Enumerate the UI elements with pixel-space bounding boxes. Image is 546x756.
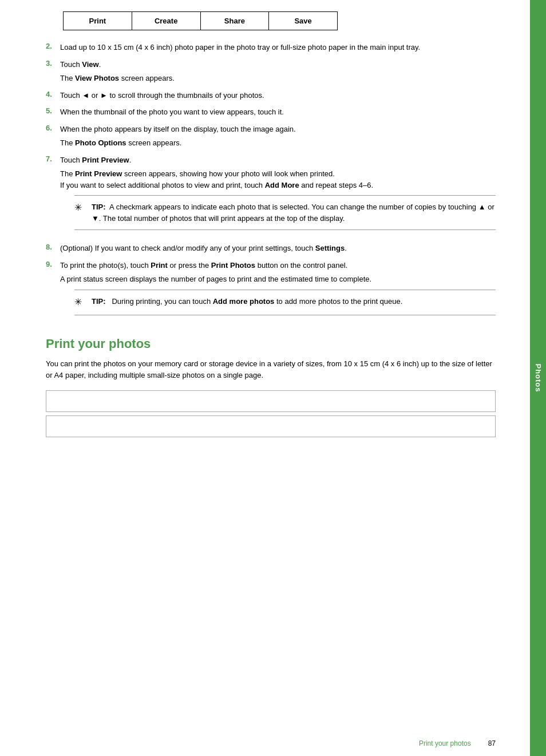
tip-icon-1: ✳ bbox=[74, 201, 87, 215]
step-5: 5. When the thumbnail of the photo you w… bbox=[46, 106, 496, 118]
steps-list: 2. Load up to 10 x 15 cm (4 x 6 inch) ph… bbox=[46, 42, 496, 322]
step-number-2: 2. bbox=[46, 42, 60, 50]
tab-share[interactable]: Share bbox=[201, 12, 270, 30]
tip-add-more-photos: Add more photos bbox=[213, 297, 275, 306]
step-9: 9. To print the photo(s), touch Print or… bbox=[46, 260, 496, 322]
step-content-6: When the photo appears by itself on the … bbox=[60, 124, 496, 149]
step-content-9: To print the photo(s), touch Print or pr… bbox=[60, 260, 496, 322]
step-9-print: Print bbox=[151, 261, 168, 270]
tip-label-2: TIP: bbox=[92, 297, 106, 306]
step-8-keyword: Settings bbox=[315, 244, 345, 252]
step-3-screen: View Photos bbox=[75, 74, 119, 82]
tip-icon-2: ✳ bbox=[74, 295, 87, 309]
tip-label-1: TIP: bbox=[92, 203, 106, 211]
step-number-9: 9. bbox=[46, 260, 60, 268]
tip-content-1: TIP: A checkmark appears to indicate eac… bbox=[92, 201, 496, 224]
nav-tabs: Print Create Share Save bbox=[63, 11, 338, 30]
step-content-2: Load up to 10 x 15 cm (4 x 6 inch) photo… bbox=[60, 42, 496, 53]
step-7-keyword: Print Preview bbox=[82, 156, 129, 164]
step-7-screen: Print Preview bbox=[75, 169, 122, 178]
side-tab-label: Photos bbox=[534, 363, 543, 392]
step-number-8: 8. bbox=[46, 243, 60, 251]
step-4: 4. Touch ◄ or ► to scroll through the th… bbox=[46, 90, 496, 101]
step-8: 8. (Optional) If you want to check and/o… bbox=[46, 243, 496, 254]
step-3-sub: The View Photos screen appears. bbox=[60, 73, 496, 84]
step-content-8: (Optional) If you want to check and/or m… bbox=[60, 243, 496, 254]
step-6-screen: Photo Options bbox=[75, 138, 126, 147]
step-2: 2. Load up to 10 x 15 cm (4 x 6 inch) ph… bbox=[46, 42, 496, 53]
step-content-5: When the thumbnail of the photo you want… bbox=[60, 106, 496, 118]
tab-create[interactable]: Create bbox=[132, 12, 201, 30]
step-3: 3. Touch View. The View Photos screen ap… bbox=[46, 59, 496, 84]
step-number-6: 6. bbox=[46, 124, 60, 132]
step-number-5: 5. bbox=[46, 106, 60, 115]
tab-save[interactable]: Save bbox=[269, 12, 337, 30]
tip-box-2: ✳ TIP: During printing, you can touch Ad… bbox=[74, 290, 496, 315]
step-7-add-more: Add More bbox=[265, 181, 299, 189]
tip-box-1: ✳ TIP: A checkmark appears to indicate e… bbox=[74, 195, 496, 230]
step-number-7: 7. bbox=[46, 155, 60, 163]
footer-page-number: 87 bbox=[488, 739, 496, 747]
tab-print[interactable]: Print bbox=[64, 12, 132, 30]
empty-box-2 bbox=[46, 415, 496, 437]
step-number-3: 3. bbox=[46, 59, 60, 68]
tip-content-2: TIP: During printing, you can touch Add … bbox=[92, 296, 402, 307]
step-9-print-photos: Print Photos bbox=[211, 261, 255, 270]
step-7: 7. Touch Print Preview. The Print Previe… bbox=[46, 155, 496, 238]
step-content-3: Touch View. The View Photos screen appea… bbox=[60, 59, 496, 84]
step-number-4: 4. bbox=[46, 90, 60, 98]
section-heading: Print your photos bbox=[46, 337, 496, 351]
side-tab: Photos bbox=[530, 0, 546, 756]
step-6: 6. When the photo appears by itself on t… bbox=[46, 124, 496, 149]
step-3-keyword: View bbox=[82, 60, 98, 69]
step-content-4: Touch ◄ or ► to scroll through the thumb… bbox=[60, 90, 496, 101]
footer-link[interactable]: Print your photos bbox=[419, 739, 471, 747]
section-intro: You can print the photos on your memory … bbox=[46, 358, 496, 382]
step-6-sub: The Photo Options screen appears. bbox=[60, 137, 496, 149]
step-content-7: Touch Print Preview. The Print Preview s… bbox=[60, 155, 496, 238]
step-7-sub: The Print Preview screen appears, showin… bbox=[60, 168, 496, 191]
step-9-sub: A print status screen displays the numbe… bbox=[60, 274, 496, 285]
empty-box-1 bbox=[46, 390, 496, 412]
footer: Print your photos 87 bbox=[419, 739, 496, 747]
